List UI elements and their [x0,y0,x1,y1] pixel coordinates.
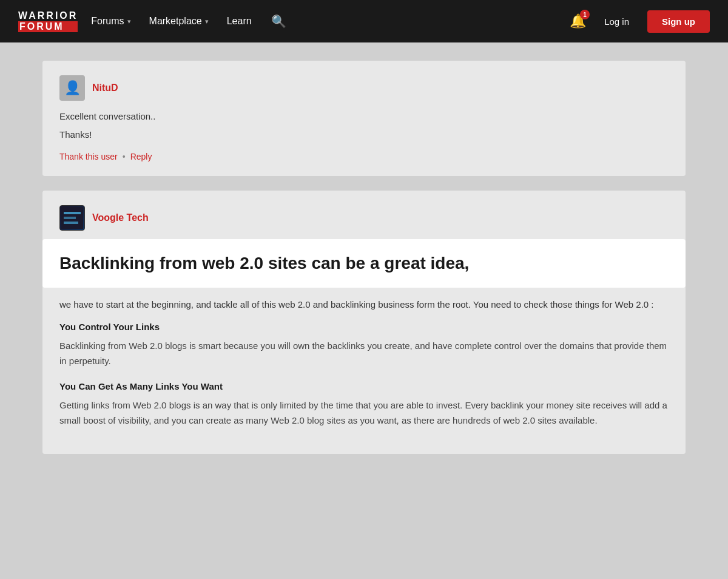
search-icon[interactable]: 🔍 [263,9,295,33]
login-button[interactable]: Log in [598,13,635,30]
post-header: 👤 NituD [59,75,669,101]
section-body-2: Getting links from Web 2.0 blogs is an w… [59,398,669,428]
notification-badge: 1 [580,10,590,19]
nav-forums[interactable]: Forums ▾ [84,11,138,32]
section-title-1: You Control Your Links [59,320,669,335]
action-separator: • [123,152,126,161]
section-body-1: Backlinking from Web 2.0 blogs is smart … [59,339,669,369]
page-content: 👤 NituD Excellent conversation.. Thanks!… [18,42,710,472]
post-actions-nitud: Thank this user • Reply [59,152,669,161]
svg-rect-2 [64,217,76,219]
avatar: 👤 [59,75,85,101]
post-content-voogle: we have to start at the beginning, and t… [59,288,669,428]
username-nitud[interactable]: NituD [92,83,118,93]
post-section-1: You Control Your Links Backlinking from … [59,320,669,368]
highlight-box: Backlinking from web 2.0 sites can be a … [42,239,686,288]
logo[interactable]: WARRIOR FORUM [18,10,78,32]
highlight-text: Backlinking from web 2.0 sites can be a … [59,254,469,273]
logo-line1: WARRIOR [18,10,78,21]
notifications-bell[interactable]: 🔔 1 [570,13,586,29]
signup-button[interactable]: Sign up [647,10,710,33]
post-header-voogle: Voogle Tech [59,205,669,231]
avatar-voogle [59,205,85,231]
svg-rect-1 [64,212,81,214]
post-card-nitud: 👤 NituD Excellent conversation.. Thanks!… [42,61,686,176]
nav-right: 🔔 1 Log in Sign up [570,10,710,33]
svg-rect-3 [64,222,78,224]
nav-marketplace[interactable]: Marketplace ▾ [142,11,216,32]
section-title-2: You Can Get As Many Links You Want [59,379,669,394]
logo-line2: FORUM [18,21,78,32]
post-card-voogle: Voogle Tech Backlinking from web 2.0 sit… [42,191,686,454]
post-body-nitud: Excellent conversation.. Thanks! [59,109,669,142]
reply-button[interactable]: Reply [130,152,152,161]
post-section-2: You Can Get As Many Links You Want Getti… [59,379,669,428]
chevron-down-icon: ▾ [127,18,131,25]
nav-learn[interactable]: Learn [220,11,259,32]
post-intro: we have to start at the beginning, and t… [59,297,669,313]
chevron-down-icon: ▾ [205,18,209,25]
user-icon: 👤 [64,80,81,96]
nav-links: Forums ▾ Marketplace ▾ Learn 🔍 [84,9,564,33]
navbar: WARRIOR FORUM Forums ▾ Marketplace ▾ Lea… [0,0,728,42]
username-voogle[interactable]: Voogle Tech [92,212,149,223]
thank-user-button[interactable]: Thank this user [59,152,118,161]
